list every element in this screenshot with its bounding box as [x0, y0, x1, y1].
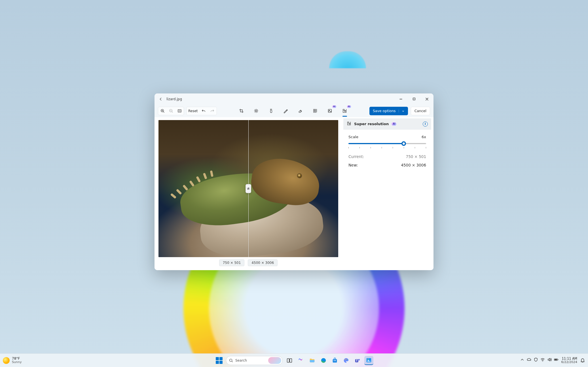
- new-value: 4500 × 3006: [401, 163, 426, 167]
- original-dimensions: 750 × 501: [219, 259, 245, 266]
- svg-rect-9: [290, 359, 292, 362]
- close-button[interactable]: [420, 93, 433, 105]
- crop-tool[interactable]: [238, 107, 246, 115]
- store-button[interactable]: [330, 356, 339, 365]
- save-options-button[interactable]: Save options: [369, 107, 408, 115]
- dimension-chips: 750 × 501 4500 × 3006: [158, 257, 338, 266]
- redo-button[interactable]: [208, 107, 217, 115]
- svg-point-16: [347, 359, 348, 360]
- security-icon[interactable]: [534, 357, 538, 363]
- svg-point-21: [368, 359, 369, 359]
- task-view-button[interactable]: [285, 356, 294, 365]
- svg-rect-11: [333, 359, 337, 362]
- filename-label: lizard.jpg: [166, 97, 182, 101]
- scale-slider[interactable]: [348, 141, 426, 146]
- edge-button[interactable]: [319, 356, 328, 365]
- wallpaper-accent: [329, 51, 366, 68]
- zoom-in-button[interactable]: [158, 107, 167, 115]
- svg-point-7: [230, 359, 232, 361]
- svg-rect-5: [328, 109, 331, 112]
- fit-to-window-button[interactable]: [175, 107, 184, 115]
- ai-badge-icon: AI: [347, 105, 351, 108]
- scale-value: 6x: [422, 135, 426, 139]
- history-group: Reset: [186, 107, 217, 115]
- start-button[interactable]: [215, 356, 224, 365]
- wifi-icon[interactable]: [540, 357, 545, 363]
- svg-text:T: T: [356, 359, 358, 362]
- tray-chevron-icon[interactable]: [520, 357, 524, 363]
- taskbar-center: Search T: [215, 356, 373, 365]
- volume-icon[interactable]: [547, 357, 552, 363]
- cancel-button[interactable]: Cancel: [411, 107, 430, 115]
- current-value: 750 × 501: [406, 154, 426, 159]
- taskbar-weather[interactable]: 78°F Sunny: [0, 357, 22, 364]
- editor-content: 750 × 501 4500 × 3006 Super resolution A…: [155, 117, 433, 270]
- minimize-button[interactable]: [394, 93, 407, 105]
- panel-title: Super resolution: [354, 122, 389, 126]
- edit-tools: AI AI: [238, 107, 349, 115]
- current-label: Current:: [348, 154, 364, 159]
- ai-badge-icon: AI: [332, 105, 336, 108]
- explorer-button[interactable]: [308, 356, 317, 365]
- generative-tool[interactable]: AI: [326, 107, 334, 115]
- undo-button[interactable]: [200, 107, 208, 115]
- panel-icon: [347, 121, 351, 127]
- search-placeholder: Search: [235, 359, 247, 362]
- svg-point-15: [346, 359, 347, 360]
- photos-app-button[interactable]: [364, 356, 373, 365]
- photos-app-window: lizard.jpg Reset: [155, 93, 433, 270]
- scale-label: Scale: [348, 135, 358, 139]
- editor-toolbar: Reset: [155, 105, 433, 117]
- copilot-button[interactable]: [296, 356, 305, 365]
- info-icon[interactable]: i: [423, 121, 428, 127]
- maximize-button[interactable]: [407, 93, 420, 105]
- compare-handle[interactable]: [246, 184, 251, 193]
- search-art: [268, 357, 281, 364]
- svg-rect-8: [287, 359, 289, 362]
- paint-button[interactable]: [342, 356, 351, 365]
- svg-rect-20: [367, 358, 371, 362]
- svg-point-4: [255, 110, 257, 112]
- erase-tool[interactable]: [297, 107, 304, 115]
- markup-tool[interactable]: [282, 107, 290, 115]
- cancel-label: Cancel: [414, 109, 426, 113]
- weather-cond: Sunny: [12, 360, 22, 364]
- onedrive-icon[interactable]: [527, 357, 531, 363]
- upscaled-dimensions: 4500 × 3006: [248, 259, 278, 266]
- background-tool[interactable]: [311, 107, 319, 115]
- battery-icon[interactable]: [554, 357, 559, 363]
- taskbar-clock[interactable]: 11:11 AM 6/22/2024: [561, 357, 577, 364]
- zoom-group: [158, 107, 184, 115]
- system-tray: 11:11 AM 6/22/2024: [520, 357, 588, 364]
- slider-ticks: [348, 147, 426, 149]
- super-resolution-tool[interactable]: AI: [341, 107, 349, 115]
- clock-time: 11:11 AM: [561, 357, 577, 360]
- image-preview[interactable]: [158, 120, 338, 257]
- panel-header: Super resolution AI i: [343, 118, 431, 130]
- reset-button[interactable]: Reset: [187, 107, 200, 115]
- teams-button[interactable]: T: [353, 356, 362, 365]
- taskbar: 78°F Sunny Search T: [0, 353, 588, 367]
- notifications-icon[interactable]: [580, 358, 585, 363]
- adjust-tool[interactable]: [252, 107, 260, 115]
- chevron-down-icon: [399, 110, 405, 112]
- filter-tool[interactable]: [267, 107, 275, 115]
- svg-rect-0: [413, 98, 415, 100]
- svg-point-6: [329, 110, 330, 111]
- clock-date: 6/22/2024: [561, 360, 577, 364]
- slider-thumb[interactable]: [401, 141, 406, 146]
- taskbar-search[interactable]: Search: [226, 356, 283, 365]
- svg-rect-12: [334, 360, 335, 361]
- svg-point-14: [345, 359, 346, 360]
- back-button[interactable]: [156, 95, 165, 104]
- zoom-out-button[interactable]: [167, 107, 175, 115]
- save-options-label: Save options: [373, 109, 396, 113]
- svg-point-22: [542, 361, 543, 362]
- svg-rect-25: [558, 359, 558, 360]
- svg-rect-3: [178, 110, 181, 112]
- svg-rect-24: [555, 359, 557, 360]
- titlebar: lizard.jpg: [155, 93, 433, 105]
- svg-rect-13: [335, 360, 336, 361]
- svg-point-19: [358, 359, 360, 360]
- ai-badge-icon: AI: [392, 122, 396, 126]
